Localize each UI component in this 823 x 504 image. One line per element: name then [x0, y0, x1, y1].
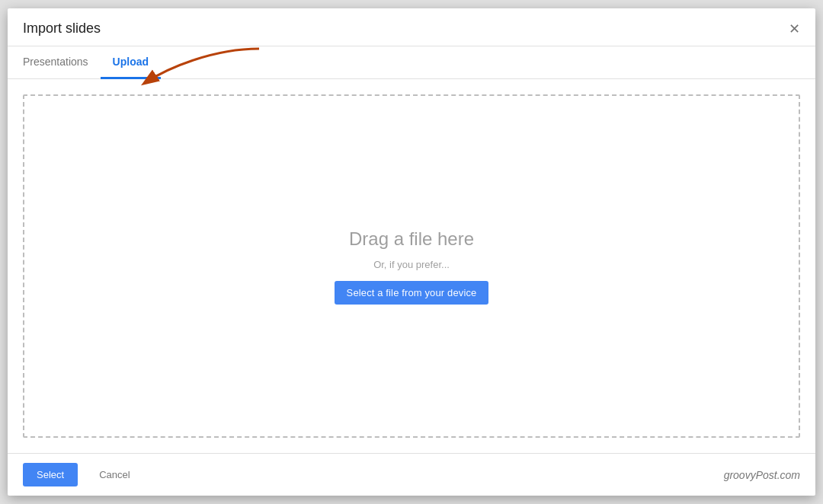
footer-cancel-button[interactable]: Cancel — [85, 463, 143, 486]
import-slides-dialog: Import slides ✕ Presentations Upload Dra… — [8, 8, 815, 496]
footer-actions: Select Cancel — [23, 463, 144, 486]
or-text: Or, if you prefer... — [373, 259, 450, 270]
dialog-header: Import slides ✕ — [8, 8, 815, 46]
tab-upload[interactable]: Upload — [101, 46, 161, 79]
watermark: groovyPost.com — [724, 469, 800, 481]
dialog-title: Import slides — [23, 21, 101, 46]
tabs-container: Presentations Upload — [8, 46, 815, 79]
footer-select-button[interactable]: Select — [23, 463, 78, 486]
tab-presentations[interactable]: Presentations — [23, 46, 101, 79]
dialog-body: Drag a file here Or, if you prefer... Se… — [8, 79, 815, 453]
select-file-button[interactable]: Select a file from your device — [335, 281, 489, 305]
drag-text: Drag a file here — [349, 228, 474, 250]
close-button[interactable]: ✕ — [789, 22, 800, 45]
drop-zone[interactable]: Drag a file here Or, if you prefer... Se… — [23, 94, 800, 438]
dialog-footer: Select Cancel groovyPost.com — [8, 453, 815, 496]
